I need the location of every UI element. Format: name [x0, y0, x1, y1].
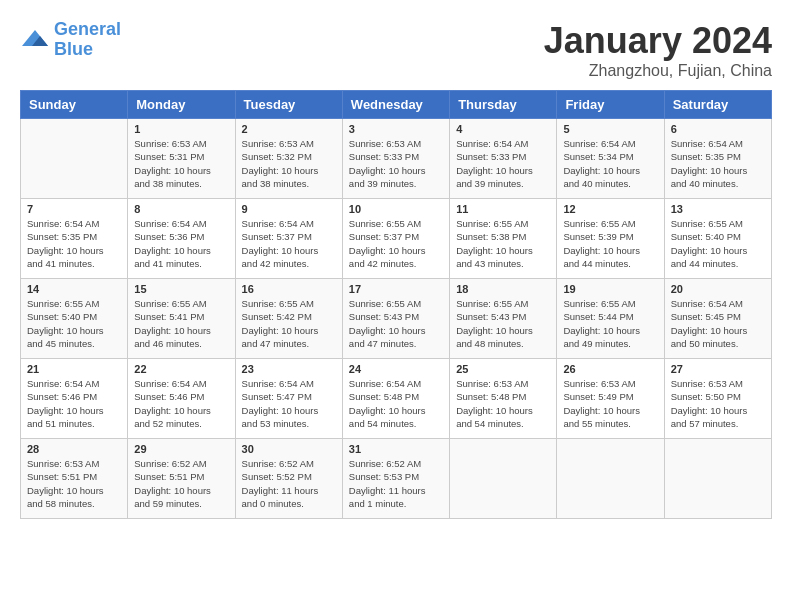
day-info: Sunrise: 6:54 AM Sunset: 5:37 PM Dayligh…	[242, 217, 336, 270]
day-number: 8	[134, 203, 228, 215]
day-info: Sunrise: 6:55 AM Sunset: 5:39 PM Dayligh…	[563, 217, 657, 270]
calendar-subtitle: Zhangzhou, Fujian, China	[544, 62, 772, 80]
day-info: Sunrise: 6:55 AM Sunset: 5:42 PM Dayligh…	[242, 297, 336, 350]
day-number: 6	[671, 123, 765, 135]
day-number: 13	[671, 203, 765, 215]
day-info: Sunrise: 6:53 AM Sunset: 5:33 PM Dayligh…	[349, 137, 443, 190]
day-info: Sunrise: 6:54 AM Sunset: 5:36 PM Dayligh…	[134, 217, 228, 270]
week-row-1: 1Sunrise: 6:53 AM Sunset: 5:31 PM Daylig…	[21, 119, 772, 199]
day-number: 28	[27, 443, 121, 455]
day-cell: 15Sunrise: 6:55 AM Sunset: 5:41 PM Dayli…	[128, 279, 235, 359]
day-info: Sunrise: 6:55 AM Sunset: 5:43 PM Dayligh…	[349, 297, 443, 350]
day-info: Sunrise: 6:52 AM Sunset: 5:51 PM Dayligh…	[134, 457, 228, 510]
day-cell: 10Sunrise: 6:55 AM Sunset: 5:37 PM Dayli…	[342, 199, 449, 279]
day-number: 30	[242, 443, 336, 455]
day-number: 4	[456, 123, 550, 135]
logo-blue: Blue	[54, 39, 93, 59]
day-number: 21	[27, 363, 121, 375]
logo-text: General Blue	[54, 20, 121, 60]
day-number: 31	[349, 443, 443, 455]
header-cell-thursday: Thursday	[450, 91, 557, 119]
day-number: 29	[134, 443, 228, 455]
day-cell: 14Sunrise: 6:55 AM Sunset: 5:40 PM Dayli…	[21, 279, 128, 359]
title-area: January 2024 Zhangzhou, Fujian, China	[544, 20, 772, 80]
day-cell: 6Sunrise: 6:54 AM Sunset: 5:35 PM Daylig…	[664, 119, 771, 199]
week-row-3: 14Sunrise: 6:55 AM Sunset: 5:40 PM Dayli…	[21, 279, 772, 359]
day-number: 12	[563, 203, 657, 215]
logo: General Blue	[20, 20, 121, 60]
header-cell-friday: Friday	[557, 91, 664, 119]
day-cell: 20Sunrise: 6:54 AM Sunset: 5:45 PM Dayli…	[664, 279, 771, 359]
day-info: Sunrise: 6:55 AM Sunset: 5:44 PM Dayligh…	[563, 297, 657, 350]
day-number: 18	[456, 283, 550, 295]
day-number: 26	[563, 363, 657, 375]
day-info: Sunrise: 6:53 AM Sunset: 5:51 PM Dayligh…	[27, 457, 121, 510]
day-cell: 18Sunrise: 6:55 AM Sunset: 5:43 PM Dayli…	[450, 279, 557, 359]
day-info: Sunrise: 6:52 AM Sunset: 5:53 PM Dayligh…	[349, 457, 443, 510]
day-info: Sunrise: 6:54 AM Sunset: 5:46 PM Dayligh…	[134, 377, 228, 430]
day-cell: 27Sunrise: 6:53 AM Sunset: 5:50 PM Dayli…	[664, 359, 771, 439]
logo-icon	[20, 28, 50, 52]
day-cell: 1Sunrise: 6:53 AM Sunset: 5:31 PM Daylig…	[128, 119, 235, 199]
day-cell: 21Sunrise: 6:54 AM Sunset: 5:46 PM Dayli…	[21, 359, 128, 439]
day-info: Sunrise: 6:54 AM Sunset: 5:48 PM Dayligh…	[349, 377, 443, 430]
header-cell-sunday: Sunday	[21, 91, 128, 119]
header: General Blue January 2024 Zhangzhou, Fuj…	[20, 20, 772, 80]
day-info: Sunrise: 6:54 AM Sunset: 5:45 PM Dayligh…	[671, 297, 765, 350]
day-cell: 11Sunrise: 6:55 AM Sunset: 5:38 PM Dayli…	[450, 199, 557, 279]
day-info: Sunrise: 6:53 AM Sunset: 5:32 PM Dayligh…	[242, 137, 336, 190]
day-number: 9	[242, 203, 336, 215]
day-cell: 5Sunrise: 6:54 AM Sunset: 5:34 PM Daylig…	[557, 119, 664, 199]
day-number: 22	[134, 363, 228, 375]
day-info: Sunrise: 6:53 AM Sunset: 5:31 PM Dayligh…	[134, 137, 228, 190]
day-number: 20	[671, 283, 765, 295]
day-number: 25	[456, 363, 550, 375]
day-info: Sunrise: 6:54 AM Sunset: 5:35 PM Dayligh…	[27, 217, 121, 270]
day-info: Sunrise: 6:55 AM Sunset: 5:40 PM Dayligh…	[671, 217, 765, 270]
day-cell: 19Sunrise: 6:55 AM Sunset: 5:44 PM Dayli…	[557, 279, 664, 359]
day-number: 17	[349, 283, 443, 295]
calendar-header: SundayMondayTuesdayWednesdayThursdayFrid…	[21, 91, 772, 119]
header-row: SundayMondayTuesdayWednesdayThursdayFrid…	[21, 91, 772, 119]
week-row-5: 28Sunrise: 6:53 AM Sunset: 5:51 PM Dayli…	[21, 439, 772, 519]
week-row-2: 7Sunrise: 6:54 AM Sunset: 5:35 PM Daylig…	[21, 199, 772, 279]
week-row-4: 21Sunrise: 6:54 AM Sunset: 5:46 PM Dayli…	[21, 359, 772, 439]
day-cell: 7Sunrise: 6:54 AM Sunset: 5:35 PM Daylig…	[21, 199, 128, 279]
day-number: 14	[27, 283, 121, 295]
day-info: Sunrise: 6:52 AM Sunset: 5:52 PM Dayligh…	[242, 457, 336, 510]
day-cell: 17Sunrise: 6:55 AM Sunset: 5:43 PM Dayli…	[342, 279, 449, 359]
day-info: Sunrise: 6:54 AM Sunset: 5:35 PM Dayligh…	[671, 137, 765, 190]
day-cell: 26Sunrise: 6:53 AM Sunset: 5:49 PM Dayli…	[557, 359, 664, 439]
day-number: 2	[242, 123, 336, 135]
day-number: 7	[27, 203, 121, 215]
day-info: Sunrise: 6:54 AM Sunset: 5:46 PM Dayligh…	[27, 377, 121, 430]
day-cell: 23Sunrise: 6:54 AM Sunset: 5:47 PM Dayli…	[235, 359, 342, 439]
day-number: 1	[134, 123, 228, 135]
day-number: 15	[134, 283, 228, 295]
day-number: 23	[242, 363, 336, 375]
day-cell: 28Sunrise: 6:53 AM Sunset: 5:51 PM Dayli…	[21, 439, 128, 519]
day-info: Sunrise: 6:54 AM Sunset: 5:34 PM Dayligh…	[563, 137, 657, 190]
day-cell	[557, 439, 664, 519]
day-cell: 8Sunrise: 6:54 AM Sunset: 5:36 PM Daylig…	[128, 199, 235, 279]
calendar-body: 1Sunrise: 6:53 AM Sunset: 5:31 PM Daylig…	[21, 119, 772, 519]
day-cell	[21, 119, 128, 199]
header-cell-monday: Monday	[128, 91, 235, 119]
day-number: 11	[456, 203, 550, 215]
day-cell: 3Sunrise: 6:53 AM Sunset: 5:33 PM Daylig…	[342, 119, 449, 199]
day-number: 5	[563, 123, 657, 135]
day-cell: 4Sunrise: 6:54 AM Sunset: 5:33 PM Daylig…	[450, 119, 557, 199]
day-cell: 25Sunrise: 6:53 AM Sunset: 5:48 PM Dayli…	[450, 359, 557, 439]
day-info: Sunrise: 6:54 AM Sunset: 5:33 PM Dayligh…	[456, 137, 550, 190]
day-cell: 13Sunrise: 6:55 AM Sunset: 5:40 PM Dayli…	[664, 199, 771, 279]
logo-general: General	[54, 19, 121, 39]
day-number: 10	[349, 203, 443, 215]
day-info: Sunrise: 6:53 AM Sunset: 5:50 PM Dayligh…	[671, 377, 765, 430]
day-cell	[450, 439, 557, 519]
day-cell: 22Sunrise: 6:54 AM Sunset: 5:46 PM Dayli…	[128, 359, 235, 439]
day-number: 16	[242, 283, 336, 295]
day-cell: 29Sunrise: 6:52 AM Sunset: 5:51 PM Dayli…	[128, 439, 235, 519]
day-info: Sunrise: 6:55 AM Sunset: 5:37 PM Dayligh…	[349, 217, 443, 270]
day-number: 3	[349, 123, 443, 135]
calendar-title: January 2024	[544, 20, 772, 62]
